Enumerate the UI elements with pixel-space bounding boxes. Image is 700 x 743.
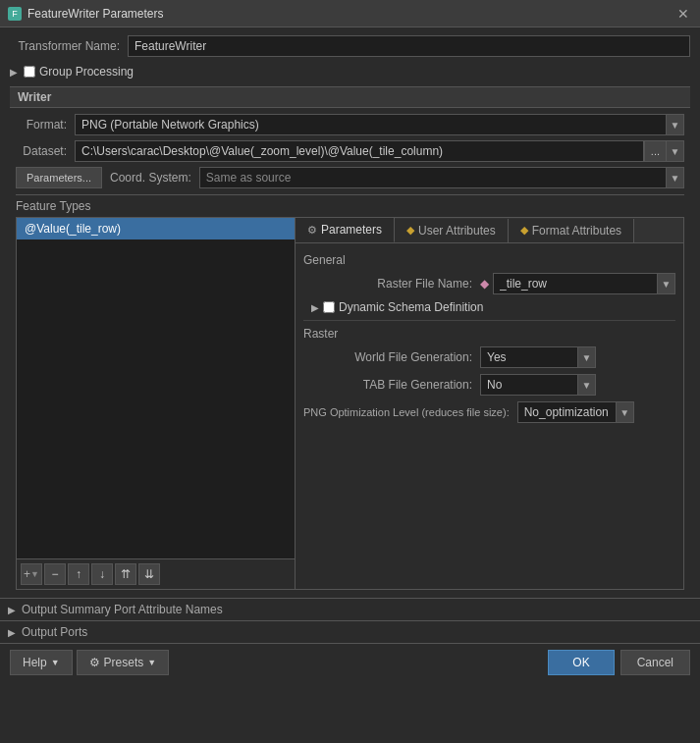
add-split-button[interactable]: + ▼: [21, 563, 42, 585]
transformer-name-input[interactable]: [128, 35, 690, 57]
dynamic-schema-row: ▶ Dynamic Schema Definition: [303, 300, 675, 314]
raster-file-name-input[interactable]: [493, 273, 658, 294]
help-label: Help: [23, 656, 47, 669]
world-file-dropdown[interactable]: ▼: [578, 346, 596, 368]
dynamic-schema-arrow[interactable]: ▶: [311, 302, 319, 313]
tab-file-select[interactable]: Yes No: [480, 374, 578, 396]
writer-section-header: Writer: [10, 86, 690, 108]
output-summary-label: Output Summary Port Attribute Names: [22, 603, 223, 616]
output-ports-row[interactable]: ▶ Output Ports: [0, 620, 700, 643]
title-bar: F FeatureWriter Parameters ✕: [0, 0, 700, 27]
move-top-button[interactable]: ⇈: [115, 563, 136, 585]
format-label: Format:: [16, 118, 75, 132]
format-select-wrap: PNG (Portable Network Graphics) ▼: [75, 114, 684, 135]
cancel-button[interactable]: Cancel: [620, 650, 690, 675]
tab-parameters[interactable]: ⚙ Parameters: [296, 218, 395, 242]
feature-types-section: Feature Types @Value(_tile_row) + ▼ − ↑ …: [16, 194, 684, 590]
dataset-browse-button[interactable]: ...: [644, 140, 667, 162]
transformer-name-label: Transformer Name:: [10, 39, 128, 53]
help-dropdown-arrow: ▼: [51, 658, 60, 667]
dataset-input-wrap: ... ▼: [75, 140, 684, 162]
png-opt-select[interactable]: No_optimization Low Medium High: [517, 401, 617, 423]
dialog-title: FeatureWriter Parameters: [27, 7, 164, 21]
move-down-button[interactable]: ↓: [91, 563, 113, 585]
png-opt-row: PNG Optimization Level (reduces file siz…: [303, 401, 675, 423]
dataset-label: Dataset:: [16, 144, 75, 158]
output-summary-arrow: ▶: [8, 605, 16, 615]
presets-button[interactable]: ⚙ Presets ▼: [77, 650, 170, 675]
title-bar-left: F FeatureWriter Parameters: [8, 7, 164, 21]
dynamic-schema-label: Dynamic Schema Definition: [339, 300, 483, 314]
dynamic-schema-checkbox[interactable]: [323, 301, 335, 313]
feature-list: @Value(_tile_row): [17, 218, 295, 558]
tab-file-dropdown[interactable]: ▼: [578, 374, 596, 396]
presets-icon: ⚙: [89, 656, 100, 669]
world-file-select[interactable]: Yes No: [480, 346, 578, 368]
presets-label: Presets: [104, 656, 144, 669]
coord-select-wrap: Same as source ▼: [199, 167, 684, 188]
gear-icon: ⚙: [307, 224, 317, 237]
coord-dropdown-arrow[interactable]: ▼: [667, 167, 684, 188]
tab-format-attributes[interactable]: ◆ Format Attributes: [509, 219, 634, 242]
dataset-dropdown-arrow[interactable]: ▼: [667, 140, 684, 162]
feature-list-panel: @Value(_tile_row) + ▼ − ↑ ↓ ⇈ ⇊: [16, 217, 296, 590]
png-opt-label: PNG Optimization Level (reduces file siz…: [303, 406, 517, 418]
dataset-row: Dataset: ... ▼: [16, 140, 684, 162]
params-row: Parameters... Coord. System: Same as sou…: [16, 167, 684, 188]
world-file-label: World File Generation:: [303, 350, 480, 364]
tab-file-input-wrap: Yes No ▼: [480, 374, 675, 396]
app-icon: F: [8, 7, 22, 21]
expand-arrow-icon[interactable]: ▶: [10, 67, 18, 78]
png-opt-input-wrap: No_optimization Low Medium High ▼: [517, 401, 675, 423]
output-ports-label: Output Ports: [22, 625, 87, 639]
footer-right: OK Cancel: [548, 650, 690, 675]
coord-label: Coord. System:: [110, 171, 191, 185]
attr-icon-user: ◆: [406, 224, 414, 237]
raster-file-input-wrap: ◆ ▼: [480, 273, 675, 294]
tabs-bar: ⚙ Parameters ◆ User Attributes ◆ Format …: [296, 218, 683, 243]
tab-content-parameters: General Raster File Name: ◆ ▼ ▶: [296, 243, 683, 589]
move-bottom-button[interactable]: ⇊: [138, 563, 160, 585]
world-file-input-wrap: Yes No ▼: [480, 346, 675, 368]
group-processing-checkbox-wrap[interactable]: Group Processing: [24, 65, 134, 79]
tab-user-attributes[interactable]: ◆ User Attributes: [395, 219, 509, 242]
output-ports-arrow: ▶: [8, 627, 16, 638]
ok-button[interactable]: OK: [548, 650, 614, 675]
group-processing-checkbox[interactable]: [24, 66, 35, 78]
format-select[interactable]: PNG (Portable Network Graphics): [75, 114, 667, 135]
raster-file-name-label: Raster File Name:: [303, 277, 480, 291]
tab-file-label: TAB File Generation:: [303, 378, 480, 392]
help-button[interactable]: Help ▼: [10, 650, 73, 675]
tab-file-row: TAB File Generation: Yes No ▼: [303, 374, 675, 396]
footer: Help ▼ ⚙ Presets ▼ OK Cancel: [0, 643, 700, 681]
close-button[interactable]: ✕: [674, 5, 692, 23]
main-content: Transformer Name: ▶ Group Processing Wri…: [0, 27, 700, 598]
raster-filename-dropdown[interactable]: ▼: [658, 273, 675, 294]
raster-section-title: Raster: [303, 320, 675, 341]
feature-toolbar: + ▼ − ↑ ↓ ⇈ ⇊: [17, 558, 295, 589]
writer-section: Format: PNG (Portable Network Graphics) …: [10, 114, 690, 188]
output-summary-row[interactable]: ▶ Output Summary Port Attribute Names: [0, 598, 700, 620]
move-up-button[interactable]: ↑: [68, 563, 89, 585]
presets-dropdown-arrow: ▼: [147, 658, 156, 667]
remove-button[interactable]: −: [44, 563, 66, 585]
feature-item[interactable]: @Value(_tile_row): [17, 218, 295, 239]
feature-types-title: Feature Types: [16, 199, 684, 213]
world-file-row: World File Generation: Yes No ▼: [303, 346, 675, 368]
group-processing-row: ▶ Group Processing: [10, 65, 690, 79]
raster-value-icon: ◆: [480, 277, 489, 291]
parameters-button[interactable]: Parameters...: [16, 167, 102, 188]
format-dropdown-arrow[interactable]: ▼: [667, 114, 684, 135]
group-processing-label: Group Processing: [39, 65, 134, 79]
transformer-name-row: Transformer Name:: [10, 35, 690, 57]
general-section-title: General: [303, 253, 675, 267]
format-row: Format: PNG (Portable Network Graphics) …: [16, 114, 684, 135]
feature-panel: @Value(_tile_row) + ▼ − ↑ ↓ ⇈ ⇊: [16, 217, 684, 590]
params-panel: ⚙ Parameters ◆ User Attributes ◆ Format …: [296, 217, 684, 590]
raster-file-name-row: Raster File Name: ◆ ▼: [303, 273, 675, 294]
coord-select[interactable]: Same as source: [199, 167, 667, 188]
dataset-input[interactable]: [75, 140, 644, 162]
attr-icon-format: ◆: [520, 224, 528, 237]
footer-left: Help ▼ ⚙ Presets ▼: [10, 650, 169, 675]
png-opt-dropdown[interactable]: ▼: [617, 401, 634, 423]
